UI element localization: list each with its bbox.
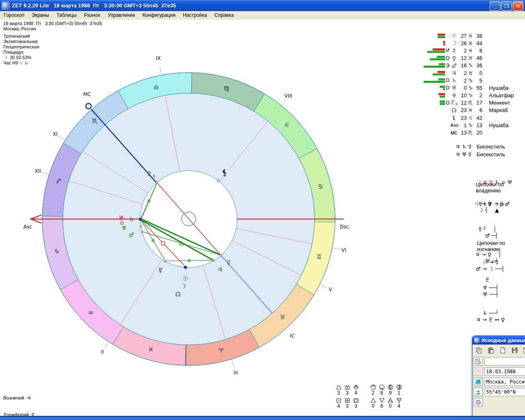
coord-system: Эклиптикальная xyxy=(3,39,102,44)
event-name-input[interactable] xyxy=(484,357,525,365)
table-row-lilith: ⚸23♌42 xyxy=(418,114,525,121)
menu-raznoe[interactable]: Разное xyxy=(80,11,104,19)
copy-icon xyxy=(476,347,482,354)
chart-datetime: 18 марта 1988 Пт 3:30 (GMT+3) 55n45 37e3… xyxy=(3,21,102,26)
sun-icon: ☉ xyxy=(450,32,458,39)
dialog-title-bar[interactable]: Исходные данные xyxy=(472,336,525,345)
close-button[interactable]: ✕ xyxy=(513,1,523,11)
stat-element-air: 0 xyxy=(386,397,395,409)
menu-konfiguratsiya[interactable]: Конфигурация xyxy=(139,11,179,19)
sign-icon: ♏ xyxy=(467,100,474,106)
saturn-icon: ♄ xyxy=(19,60,23,65)
svg-text:II: II xyxy=(101,349,104,355)
triangle-down-icon xyxy=(379,397,385,404)
svg-text:♐: ♐ xyxy=(55,178,61,185)
map-icon xyxy=(475,379,481,385)
sign-icon: ♉ xyxy=(467,55,474,61)
square-grid-icon xyxy=(344,397,351,404)
moon-day-row: ☽ 30 92.53% xyxy=(3,55,102,60)
event-type-button[interactable] xyxy=(474,357,483,365)
dialog-name-row xyxy=(474,357,525,365)
latitude-icon xyxy=(475,389,481,395)
stat-element-fire: 0 xyxy=(369,397,377,409)
sign-icon: ♑ xyxy=(467,62,474,68)
svg-text:♏: ♏ xyxy=(92,117,98,125)
date-input[interactable] xyxy=(484,368,525,376)
menu-bar: Гороскоп Экраны Таблицы Разное Управлени… xyxy=(0,11,525,19)
minimize-button[interactable]: _ xyxy=(490,1,500,11)
stat-hemi-west: 8 xyxy=(377,384,386,396)
svg-text:♍: ♍ xyxy=(224,85,229,92)
chart-statistics: 3 3 4 2 8 9 1 4 3 3 0 6 0 4 xyxy=(334,384,403,410)
aspect-figures-list: ♃ ♄ ☿Бисекстиль ♃ ♅ ☿Бисекстиль xyxy=(455,143,505,158)
dialog-atlas-row xyxy=(474,398,525,406)
restore-button[interactable]: ❐ xyxy=(501,1,512,11)
sign-icon: ♏ xyxy=(467,130,474,136)
taskbar-strip[interactable] xyxy=(0,416,525,420)
event-notes-icon xyxy=(475,358,481,364)
stat-element-water: 6 xyxy=(377,397,386,409)
dialog-icon xyxy=(474,338,480,343)
menu-ekrany[interactable]: Экраны xyxy=(28,11,52,19)
saturn-icon: ♄ xyxy=(450,77,458,84)
dialog-place-row xyxy=(474,377,525,386)
face-icon: ☺ xyxy=(24,60,28,65)
table-row-node: ☊23♓6Маркаб xyxy=(418,107,525,114)
copy-button[interactable] xyxy=(475,347,483,354)
planet-position-table: ☉27♓38 ☽26♓44 И☿2♓6 О♀12♉46 Э♂16♑36 ♃2♉0… xyxy=(418,32,525,137)
quad-trapezoid-icon xyxy=(336,384,342,390)
svg-text:☉: ☉ xyxy=(183,275,188,282)
stat-cross-fixed: 3 xyxy=(343,397,352,409)
sign-icon: ♑ xyxy=(467,92,474,98)
new-button[interactable] xyxy=(499,347,507,354)
table-row-mars: Э♂16♑36 xyxy=(418,62,525,69)
svg-text:♄: ♄ xyxy=(129,216,134,223)
menu-goroskop[interactable]: Гороскоп xyxy=(0,11,28,19)
table-row-neptune: ♆10♑2Альатфар xyxy=(418,92,525,99)
triangle-down-bar-icon xyxy=(396,397,402,404)
pluto-icon: ♇R xyxy=(450,99,458,107)
sign-icon: ♓ xyxy=(467,33,474,39)
calendar-button[interactable] xyxy=(523,347,525,354)
stat-hemi-south: 1 xyxy=(395,384,403,396)
uranus-icon: ♅ xyxy=(450,84,458,91)
save-button[interactable] xyxy=(511,347,519,354)
houses-system: Плацидус xyxy=(3,50,102,55)
dialog-latitude-row xyxy=(474,388,525,396)
chart-place: Москва, Россия xyxy=(3,26,102,32)
planet-hour-row: Час H9 ♄ ☺ xyxy=(3,60,102,66)
lilith-icon: ⚸ xyxy=(450,114,458,121)
date-time-button[interactable] xyxy=(474,367,483,376)
stat-hemi-north: 9 xyxy=(386,384,395,396)
stat-hemi-east: 2 xyxy=(369,384,377,396)
paste-button[interactable] xyxy=(487,347,495,354)
place-input[interactable] xyxy=(484,378,525,386)
menu-nastroyka[interactable]: Настройка xyxy=(179,11,211,19)
menu-spravka[interactable]: Справка xyxy=(211,11,237,19)
sign-icon: ♉ xyxy=(467,70,474,76)
menu-tablitsy[interactable]: Таблицы xyxy=(53,11,80,19)
svg-text:MC: MC xyxy=(83,91,91,97)
atlas-button[interactable] xyxy=(474,398,483,406)
menu-upravlenie[interactable]: Управление xyxy=(104,11,139,19)
circle-bottom-icon xyxy=(379,384,385,390)
dialog-date-row xyxy=(474,367,525,376)
venus-icon: ♀ xyxy=(450,55,458,62)
place-button[interactable] xyxy=(474,377,483,386)
mc-label: MC xyxy=(450,130,458,135)
svg-text:VIII: VIII xyxy=(285,93,292,99)
mercury-icon: ☿ xyxy=(450,47,458,54)
svg-text:XII: XII xyxy=(35,168,41,174)
svg-text:☽: ☽ xyxy=(180,283,186,290)
circle-left-icon xyxy=(387,384,394,390)
table-row-asc: Asc1♑13Нушаба xyxy=(418,121,525,129)
circle-top-icon xyxy=(370,384,377,390)
zet-application-window: { "titlebar": { "title": "ZET 9.2.29 Lit… xyxy=(0,0,525,420)
stat-cross-cardinal: 4 xyxy=(334,397,343,409)
globe-icon xyxy=(475,399,481,405)
latitude-button[interactable] xyxy=(474,388,483,396)
svg-text:♈: ♈ xyxy=(218,347,224,354)
latitude-input[interactable] xyxy=(484,388,525,396)
svg-text:♌: ♌ xyxy=(284,121,289,129)
moon-icon: ☽ xyxy=(3,55,7,60)
